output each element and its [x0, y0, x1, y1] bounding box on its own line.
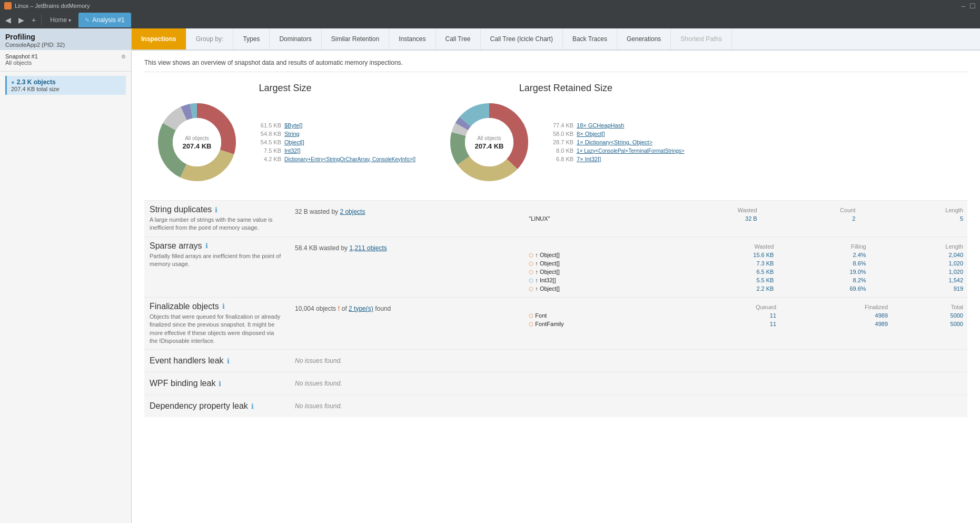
legend-size-3: 7.5 KB — [255, 147, 281, 154]
string-dup-info-icon[interactable]: ℹ — [215, 206, 217, 214]
dependency-title-area: Dependency property leak ℹ — [144, 401, 286, 411]
legend-item-3: 7.5 KB Int32[] — [255, 147, 415, 154]
ret-legend-size-3: 8.0 KB — [547, 147, 573, 154]
ret-legend-name-0[interactable]: 18× GCHeapHash — [577, 122, 624, 129]
legend-size-0: 61.5 KB — [255, 122, 281, 129]
sparse-info-icon[interactable]: ℹ — [205, 242, 208, 250]
ret-legend-size-1: 58.0 KB — [547, 131, 573, 137]
svg-text:All objects: All objects — [477, 135, 501, 141]
tab-inspections[interactable]: Inspections — [132, 28, 186, 50]
sparse-row-1[interactable]: ⬡↑ Object[] 7.3 KB 8.6% 1,020 — [524, 259, 967, 268]
ret-legend-name-1[interactable]: 8× Object[] — [577, 131, 605, 137]
event-handlers-info-icon[interactable]: ℹ — [227, 357, 230, 365]
tab-strip: Inspections Group by: Types Dominators S… — [132, 28, 980, 51]
profiling-label: Profiling — [5, 33, 126, 41]
tab-shortest-paths[interactable]: Shortest Paths — [671, 28, 732, 50]
sparse-link[interactable]: 1,211 objects — [349, 244, 387, 252]
dependency-header: Dependency property leak ℹ No issues fou… — [144, 395, 967, 417]
legend-name-1[interactable]: String — [284, 131, 300, 137]
largest-retained-svg: All objects 207.4 KB — [447, 100, 531, 184]
largest-retained-area: All objects 207.4 KB 77.4 KB 18× GCHeapH… — [447, 100, 685, 184]
ret-legend-size-0: 77.4 KB — [547, 122, 573, 129]
nav-sep — [41, 15, 42, 25]
tab-generations[interactable]: Generations — [617, 28, 671, 50]
sparse-row-2[interactable]: ⬡↑ Object[] 6.5 KB 19.0% 1,020 — [524, 268, 967, 276]
tab-groupby[interactable]: Group by: — [186, 28, 234, 50]
snapshot-section: Snapshot #1 ⚙ All objects — [0, 50, 131, 72]
legend-name-2[interactable]: Object[] — [284, 139, 304, 145]
string-dup-summary: 32 B wasted by 2 objects — [286, 205, 524, 220]
obj-size: 207.4 KB total size — [11, 86, 122, 92]
finalizable-table-area: Queued Finalized Total ⬡Font 11 4989 500… — [524, 302, 967, 328]
ret-legend-size-2: 28.7 KB — [547, 139, 573, 145]
svg-text:All objects: All objects — [185, 135, 209, 141]
sparse-header: Sparse arrays ℹ Partially filled arrays … — [144, 237, 967, 297]
tab-similar-retention[interactable]: Similar Retention — [322, 28, 389, 50]
ret-legend-name-3[interactable]: 1× Lazy<ConsolePal+TerminalFormatStrings… — [577, 148, 685, 154]
event-handlers-title-area: Event handlers leak ℹ — [144, 356, 286, 366]
dependency-title: Dependency property leak ℹ — [150, 401, 281, 411]
analysis-tab[interactable]: ✎ Analysis #1 — [78, 13, 131, 27]
event-handlers-section: Event handlers leak ℹ No issues found. — [144, 349, 967, 372]
legend-size-2: 54.5 KB — [255, 139, 281, 145]
overview-text: This view shows an overview of snapshot … — [144, 59, 967, 72]
forward-btn[interactable]: ▶ — [15, 14, 27, 26]
tab-call-tree-icicle[interactable]: Call Tree (Icicle Chart) — [481, 28, 563, 50]
minimize-btn[interactable]: – — [962, 2, 965, 10]
ret-legend-name-2[interactable]: 1× Dictionary<String, Object> — [577, 139, 652, 145]
back-btn[interactable]: ◀ — [2, 14, 14, 26]
string-dup-title-area: String duplicates ℹ A large number of st… — [144, 205, 286, 232]
string-dup-table-area: Wasted Count Length "LINUX" 32 B 2 — [524, 205, 967, 223]
sparse-arrays-section: Sparse arrays ℹ Partially filled arrays … — [144, 236, 967, 297]
string-dup-link[interactable]: 2 objects — [340, 208, 365, 215]
largest-size-title: Largest Size — [259, 83, 312, 94]
legend-name-0[interactable]: $Byte[] — [284, 122, 302, 129]
tab-back-traces[interactable]: Back Traces — [563, 28, 617, 50]
ret-legend-size-4: 6.8 KB — [547, 156, 573, 162]
event-handlers-title: Event handlers leak ℹ — [150, 356, 281, 366]
svg-text:207.4 KB: 207.4 KB — [183, 142, 212, 150]
tab-call-tree[interactable]: Call Tree — [436, 28, 481, 50]
finalizable-row-0[interactable]: ⬡Font 11 4989 5000 — [524, 311, 967, 320]
legend-size-1: 54.8 KB — [255, 131, 281, 137]
wpf-info-icon[interactable]: ℹ — [219, 380, 221, 388]
finalizable-link[interactable]: 2 type(s) — [349, 305, 373, 312]
ret-legend-item-2: 28.7 KB 1× Dictionary<String, Object> — [547, 139, 685, 145]
sparse-row-0[interactable]: ⬡↑ Object[] 15.6 KB 2.4% 2,040 — [524, 251, 967, 259]
ret-legend-item-0: 77.4 KB 18× GCHeapHash — [547, 122, 685, 129]
restore-btn[interactable]: ☐ — [969, 2, 976, 10]
wpf-header: WPF binding leak ℹ No issues found. — [144, 372, 967, 394]
win-controls[interactable]: – ☐ — [962, 2, 976, 10]
sidebar-header: Profiling ConsoleApp2 (PID: 32) — [0, 28, 131, 50]
finalizable-row-1[interactable]: ⬡FontFamily 11 4989 5000 — [524, 320, 967, 328]
largest-size-area: All objects 207.4 KB 61.5 KB $Byte[] 54.… — [155, 100, 415, 184]
string-dup-header: String duplicates ℹ A large number of st… — [144, 201, 967, 236]
ret-legend-name-4[interactable]: 7× Int32[] — [577, 156, 601, 162]
ret-legend-item-1: 58.0 KB 8× Object[] — [547, 131, 685, 137]
sparse-row-4[interactable]: ⬡↑ Object[] 2.2 KB 69.6% 919 — [524, 284, 967, 293]
ret-legend-item-4: 6.8 KB 7× Int32[] — [547, 156, 685, 162]
add-btn[interactable]: + — [28, 14, 39, 26]
snapshot-icon[interactable]: ⚙ — [121, 54, 126, 60]
string-dup-row-0[interactable]: "LINUX" 32 B 2 5 — [524, 214, 967, 223]
largest-size-block: Largest Size — [155, 83, 415, 184]
tab-dominators[interactable]: Dominators — [270, 28, 321, 50]
largest-retained-block: Largest Retained Size — [447, 83, 685, 184]
title-bar: Linux – JetBrains dotMemory – ☐ — [0, 0, 980, 12]
legend-name-4[interactable]: Dictionary+Entry<StringOrCharArray, Cons… — [284, 156, 415, 162]
legend-size-4: 4.2 KB — [255, 156, 281, 162]
dependency-info-icon[interactable]: ℹ — [251, 402, 254, 410]
string-duplicates-section: String duplicates ℹ A large number of st… — [144, 200, 967, 236]
sparse-row-3[interactable]: ⬡↑ Int32[] 5.5 KB 8.2% 1,542 — [524, 276, 967, 284]
tab-types[interactable]: Types — [233, 28, 270, 50]
object-item[interactable]: ● 2.3 K objects 207.4 KB total size — [5, 76, 126, 95]
finalizable-info-icon[interactable]: ℹ — [222, 302, 225, 310]
obj-count: 2.3 K objects — [17, 78, 56, 86]
svg-text:207.4 KB: 207.4 KB — [475, 142, 504, 150]
snapshot-label: Snapshot #1 — [5, 53, 38, 60]
legend-name-3[interactable]: Int32[] — [284, 147, 301, 154]
finalizable-title: Finalizable objects ℹ — [150, 302, 281, 311]
tab-instances[interactable]: Instances — [389, 28, 435, 50]
finalizable-desc: Objects that were queued for finalizatio… — [150, 313, 281, 346]
home-tab[interactable]: Home ▾ — [44, 13, 77, 27]
